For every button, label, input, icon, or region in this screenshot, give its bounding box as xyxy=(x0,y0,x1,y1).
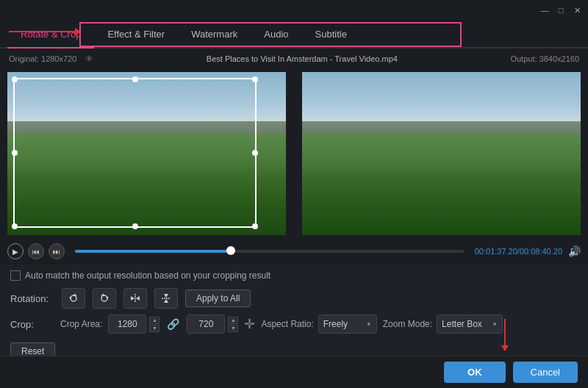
output-video-pane xyxy=(302,72,581,235)
crop-row: Crop: Crop Area: ▲ ▼ 🔗 ▲ ▼ ✛ Aspect Rati… xyxy=(10,315,578,334)
link-icon[interactable]: 🔗 xyxy=(165,317,181,331)
crop-handle-tl[interactable] xyxy=(12,76,18,82)
ok-button[interactable]: OK xyxy=(444,362,506,383)
tab-bar: Rotate & Crop Effect & Filter Watermark … xyxy=(0,21,588,48)
tab-audio[interactable]: Audio xyxy=(251,21,301,48)
crop-height-group: ▲ ▼ xyxy=(187,315,238,334)
crop-height-down[interactable]: ▼ xyxy=(228,325,238,332)
eye-icon[interactable]: 👁 xyxy=(85,54,93,63)
ok-arrow-line xyxy=(504,319,506,345)
crop-width-up[interactable]: ▲ xyxy=(149,317,159,324)
output-label: Output: 3840x2160 xyxy=(510,54,579,63)
tab-watermark[interactable]: Watermark xyxy=(178,21,251,48)
crop-width-down[interactable]: ▼ xyxy=(149,325,159,332)
rotation-label: Rotation: xyxy=(10,293,54,304)
auto-match-checkbox[interactable] xyxy=(10,270,21,281)
ok-arrow-head xyxy=(501,345,509,351)
apply-all-button[interactable]: Apply to All xyxy=(185,290,251,307)
center-crop-icon[interactable]: ✛ xyxy=(244,316,255,332)
rotation-row: Rotation: xyxy=(10,288,578,309)
arrow-line xyxy=(9,31,75,32)
auto-match-label: Auto match the output resolution based o… xyxy=(25,270,270,281)
rotate-left-button[interactable] xyxy=(62,288,85,309)
timecode: 00:01:37.20/00:08:40.20 xyxy=(475,247,562,256)
maximize-button[interactable]: □ xyxy=(556,5,566,15)
cancel-button[interactable]: Cancel xyxy=(513,362,578,383)
progress-thumb[interactable] xyxy=(226,246,235,255)
progress-track[interactable] xyxy=(75,250,465,253)
crop-handle-tr[interactable] xyxy=(252,76,258,82)
crop-handle-br[interactable] xyxy=(252,223,258,229)
crop-handle-mr[interactable] xyxy=(252,150,258,156)
minimize-button[interactable]: — xyxy=(539,5,550,15)
crop-handle-tm[interactable] xyxy=(132,76,138,82)
bottom-bar: OK Cancel xyxy=(0,356,588,388)
step-back-button[interactable]: ⏮ xyxy=(28,243,44,259)
flip-horizontal-button[interactable] xyxy=(123,288,147,309)
auto-match-row: Auto match the output resolution based o… xyxy=(10,270,578,281)
original-label: Original: 1280x720 xyxy=(9,54,76,63)
aspect-ratio-arrow: ▼ xyxy=(366,321,372,328)
zoom-mode-arrow: ▼ xyxy=(492,321,498,328)
flip-vertical-button[interactable] xyxy=(154,288,178,309)
filename: Best Places to Visit In Amsterdam - Trav… xyxy=(207,54,398,63)
arrow-indicator xyxy=(9,28,81,35)
crop-width-input[interactable] xyxy=(108,315,146,334)
zoom-mode-select[interactable]: Letter Box ▼ xyxy=(437,315,503,334)
rotate-right-button[interactable] xyxy=(93,288,116,309)
controls-panel: Auto match the output resolution based o… xyxy=(0,265,588,366)
aspect-ratio-label: Aspect Ratio: xyxy=(261,319,313,329)
crop-handle-ml[interactable] xyxy=(12,150,18,156)
crop-handle-bl[interactable] xyxy=(12,223,18,229)
crop-height-input[interactable] xyxy=(187,315,225,334)
step-forward-button[interactable]: ⏭ xyxy=(49,243,65,259)
preview-divider xyxy=(292,72,296,235)
crop-handle-bm[interactable] xyxy=(132,223,138,229)
crop-height-spin: ▲ ▼ xyxy=(228,317,238,332)
crop-area-label: Crop Area: xyxy=(60,319,102,329)
title-bar: — □ ✕ xyxy=(0,0,588,21)
play-button[interactable]: ▶ xyxy=(7,243,24,259)
aspect-ratio-group: Aspect Ratio: Freely ▼ xyxy=(261,315,376,334)
timeline-bar: ▶ ⏮ ⏭ 00:01:37.20/00:08:40.20 🔊 xyxy=(0,238,588,265)
close-button[interactable]: ✕ xyxy=(572,5,582,15)
preview-info-bar: Original: 1280x720 👁 Best Places to Visi… xyxy=(0,48,588,69)
crop-overlay[interactable] xyxy=(13,78,257,228)
volume-icon[interactable]: 🔊 xyxy=(568,245,581,257)
crop-width-group: ▲ ▼ xyxy=(108,315,159,334)
progress-fill xyxy=(75,250,231,253)
zoom-mode-group: Zoom Mode: Letter Box ▼ xyxy=(383,315,503,334)
timeline-controls: ▶ ⏮ ⏭ xyxy=(7,243,65,259)
crop-label: Crop: xyxy=(10,319,54,330)
arrow-head xyxy=(75,28,81,35)
output-video-bg xyxy=(302,72,581,235)
crop-height-up[interactable]: ▲ xyxy=(228,317,238,324)
original-video-pane xyxy=(7,72,286,235)
ok-arrow xyxy=(501,319,509,351)
video-previews xyxy=(0,69,588,238)
aspect-ratio-select[interactable]: Freely ▼ xyxy=(318,315,377,334)
tab-subtitle[interactable]: Subtitle xyxy=(302,21,360,48)
crop-width-spin: ▲ ▼ xyxy=(149,317,159,332)
tab-effect-filter[interactable]: Effect & Filter xyxy=(94,21,178,48)
zoom-mode-label: Zoom Mode: xyxy=(383,319,432,329)
